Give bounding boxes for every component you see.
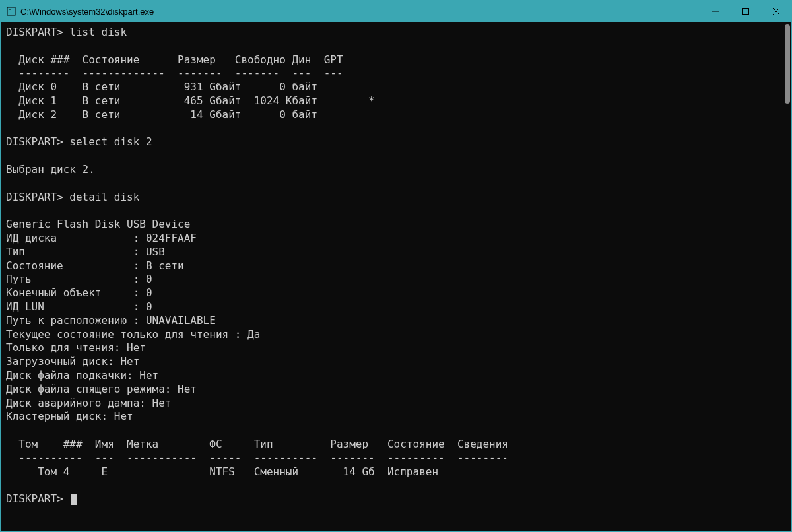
volume-table-separator: ---------- --- ----------- ----- -------… (6, 451, 508, 464)
detail-line: Кластерный диск: Нет (6, 410, 133, 422)
svg-rect-1 (9, 9, 11, 10)
volume-row: Том 4 E NTFS Сменный 14 Gб Исправен (6, 465, 438, 478)
detail-line: Загрузочный диск: Нет (6, 355, 139, 368)
svg-rect-0 (7, 7, 15, 15)
titlebar[interactable]: C:\Windows\system32\diskpart.exe (1, 1, 791, 22)
detail-line: Текущее состояние только для чтения : Да (6, 328, 260, 341)
window: C:\Windows\system32\diskpart.exe DISKPAR… (0, 0, 792, 532)
disk-table-header: Диск ### Состояние Размер Свободно Дин G… (6, 53, 343, 66)
scrollbar[interactable] (785, 24, 790, 104)
detail-line: ИД диска : 024FFAAF (6, 232, 197, 244)
close-button[interactable] (761, 1, 791, 22)
minimize-button[interactable] (700, 1, 731, 22)
prompt-line: DISKPART> (6, 492, 69, 505)
detail-line: Тип : USB (6, 246, 165, 258)
maximize-button[interactable] (731, 1, 761, 22)
disk-table-separator: -------- ------------- ------- ------- -… (6, 67, 343, 79)
detail-line: Только для чтения: Нет (6, 341, 146, 354)
svg-rect-3 (743, 9, 749, 15)
output-line: Выбран диск 2. (6, 163, 95, 176)
volume-table-header: Том ### Имя Метка ФС Тип Размер Состояни… (6, 438, 508, 450)
disk-row: Диск 0 В сети 931 Gбайт 0 байт (6, 81, 317, 93)
window-title: C:\Windows\system32\diskpart.exe (20, 7, 700, 17)
cursor (71, 494, 77, 505)
app-icon (6, 6, 16, 17)
detail-line: Конечный объект : 0 (6, 286, 152, 299)
window-controls (700, 1, 791, 22)
detail-line: Состояние : В сети (6, 259, 184, 272)
disk-row: Диск 1 В сети 465 Gбайт 1024 Kбайт * (6, 94, 375, 107)
detail-line: Путь : 0 (6, 273, 152, 285)
terminal[interactable]: DISKPART> list disk Диск ### Состояние Р… (1, 22, 791, 531)
detail-line: ИД LUN : 0 (6, 300, 152, 313)
detail-line: Диск аварийного дампа: Нет (6, 397, 171, 409)
disk-row: Диск 2 В сети 14 Gбайт 0 байт (6, 108, 317, 121)
prompt-line: DISKPART> list disk (6, 26, 127, 38)
detail-line: Диск файла спящего режима: Нет (6, 383, 197, 395)
detail-line: Диск файла подкачки: Нет (6, 369, 158, 382)
prompt-line: DISKPART> detail disk (6, 191, 139, 203)
detail-line: Путь к расположению : UNAVAILABLE (6, 314, 216, 327)
prompt-line: DISKPART> select disk 2 (6, 135, 152, 148)
detail-line: Generic Flash Disk USB Device (6, 218, 190, 230)
